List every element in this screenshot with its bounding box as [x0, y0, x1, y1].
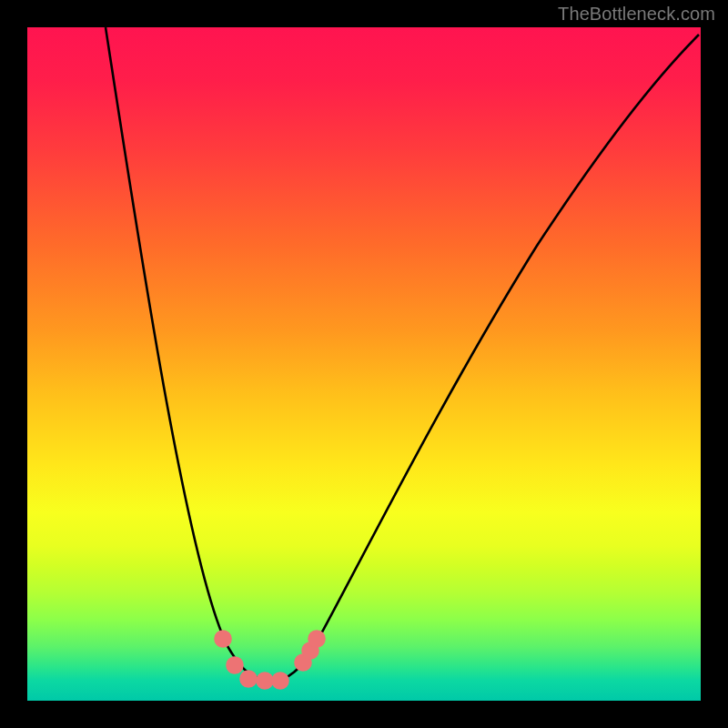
marker — [271, 672, 289, 690]
marker — [226, 656, 244, 674]
chart-frame: TheBottleneck.com — [0, 0, 728, 728]
marker — [214, 630, 232, 648]
watermark-text: TheBottleneck.com — [558, 4, 715, 25]
bottleneck-curve — [106, 27, 699, 681]
marker-group — [214, 630, 326, 690]
marker — [239, 670, 258, 688]
marker — [256, 672, 274, 690]
curve-layer — [27, 27, 701, 701]
plot-area — [27, 27, 701, 701]
marker — [308, 630, 326, 648]
